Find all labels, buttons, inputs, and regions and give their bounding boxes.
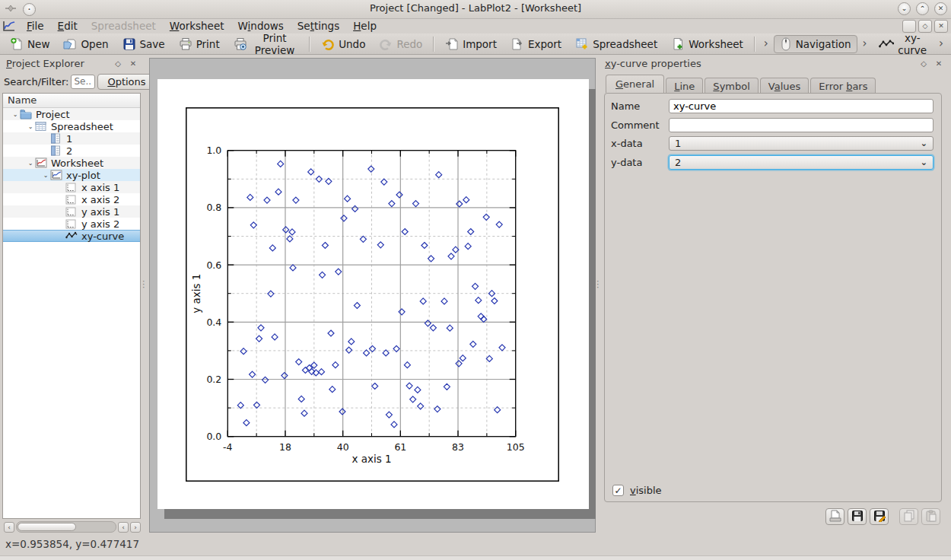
expander-down-icon[interactable]: ⌄ — [26, 160, 35, 167]
search-input[interactable] — [71, 75, 95, 89]
toolbar-button-label: Save — [140, 38, 165, 50]
comment-input[interactable] — [669, 118, 934, 132]
tree-item-label: y axis 2 — [78, 218, 119, 230]
left-splitter-handle[interactable]: ··· — [142, 280, 145, 289]
worksheet-view[interactable]: -4184061831050.00.20.40.60.81.0x axis 1y… — [149, 58, 596, 533]
open-icon — [63, 37, 77, 51]
expander-down-icon[interactable]: ⌄ — [11, 111, 20, 118]
spreadsheet-icon — [35, 121, 48, 132]
toolbar-button-label: New — [27, 38, 49, 50]
tree-item-y-axis-1[interactable]: y axis 1 — [3, 205, 140, 218]
tree-item-1[interactable]: 1 — [3, 132, 140, 145]
tab-general[interactable]: General — [606, 75, 664, 93]
toolbar-button-label: Print Preview — [251, 32, 299, 56]
x-data-select[interactable]: 1 ⌄ — [669, 136, 934, 151]
tree-item-worksheet[interactable]: ⌄Worksheet — [3, 157, 140, 169]
toolbar-button-undo[interactable]: Undo — [315, 35, 371, 53]
project-explorer-header: Project Explorer ◇ ✕ — [2, 55, 142, 72]
toolbar-button-label: Export — [528, 38, 561, 50]
save-template-button[interactable] — [848, 508, 867, 525]
toolbar-overflow-icon[interactable]: › — [858, 38, 872, 49]
close-panel-icon[interactable]: ✕ — [128, 58, 138, 68]
load-template-button[interactable] — [825, 508, 844, 525]
toolbar-overflow-icon[interactable]: › — [934, 38, 948, 49]
worksheet-page[interactable]: -4184061831050.00.20.40.60.81.0x axis 1y… — [157, 79, 589, 509]
spreadsheet-add-icon — [575, 37, 589, 51]
save-icon — [122, 37, 136, 51]
toolbar-button-worksheet[interactable]: Worksheet — [665, 35, 749, 53]
menu-help[interactable]: Help — [346, 18, 383, 33]
toolbar-button-save[interactable]: Save — [116, 35, 171, 53]
tree-item-y-axis-2[interactable]: y axis 2 — [3, 218, 140, 230]
window-bottom-edge — [0, 555, 951, 560]
tree-item-2[interactable]: 2 — [3, 145, 140, 157]
scroll-left-icon[interactable]: ‹ — [4, 522, 14, 533]
toolbar-button-xy-curve[interactable]: xy-curve — [873, 30, 934, 59]
tree-item-x-axis-1[interactable]: x axis 1 — [3, 181, 140, 193]
maximize-icon[interactable]: ⌃ — [916, 2, 929, 15]
template-buttons — [825, 508, 940, 525]
tree-item-label: Worksheet — [48, 158, 103, 169]
toolbar-button-print[interactable]: Print — [173, 35, 226, 53]
new-document-icon — [10, 37, 24, 51]
visible-checkbox[interactable]: ✓ — [612, 485, 624, 496]
scroll-right-icon[interactable]: › — [130, 522, 141, 533]
menu-spreadsheet[interactable]: Spreadsheet — [84, 18, 163, 33]
y-data-select[interactable]: 2 ⌄ — [669, 155, 934, 170]
statusbar: x=0.953854, y=0.477417 — [5, 535, 139, 553]
tree-item-spreadsheet[interactable]: ⌄Spreadsheet — [3, 120, 140, 132]
tree-item-xy-curve[interactable]: xy-curve — [3, 230, 140, 242]
toolbar-button-open[interactable]: Open — [57, 35, 114, 53]
menu-file[interactable]: File — [20, 18, 51, 33]
tree-item-project[interactable]: ⌄Project — [3, 108, 140, 120]
float-panel-icon[interactable]: ◇ — [918, 58, 929, 68]
properties-header: xy-curve properties ◇ ✕ — [601, 55, 948, 72]
svg-text:40: 40 — [337, 441, 349, 453]
tab-error-bars[interactable]: Error bars — [810, 78, 876, 94]
folder-icon — [20, 109, 33, 119]
x-data-label: x-data — [611, 138, 669, 149]
right-splitter-handle[interactable]: ··· — [596, 280, 600, 289]
close-icon[interactable]: ✕ — [934, 2, 947, 15]
expander-down-icon[interactable]: ⌄ — [41, 172, 50, 179]
menu-worksheet[interactable]: Worksheet — [163, 18, 231, 33]
tree-item-xy-plot[interactable]: ⌄xy-plot — [3, 169, 140, 181]
float-panel-icon[interactable]: ◇ — [113, 58, 123, 68]
toolbar-button-redo[interactable]: Redo — [373, 35, 428, 53]
copy-button[interactable] — [899, 508, 918, 525]
scrollbar-thumb[interactable] — [17, 523, 76, 531]
project-tree: Name ⌄Project⌄Spreadsheet12⌄Worksheet⌄xy… — [2, 93, 141, 519]
toolbar: NewOpenSavePrintPrint PreviewUndoRedoImp… — [0, 33, 951, 55]
options-button[interactable]: Options — [97, 74, 155, 90]
toolbar-button-spreadsheet[interactable]: Spreadsheet — [569, 35, 663, 53]
toolbar-button-navigation[interactable]: Navigation — [774, 35, 857, 53]
svg-text:105: 105 — [507, 441, 525, 453]
tree-item-label: xy-plot — [63, 170, 100, 181]
tab-symbol[interactable]: Symbol — [705, 78, 758, 94]
labplot-icon — [2, 21, 17, 32]
mdi-close-icon[interactable]: ✕ — [934, 20, 948, 33]
toolbar-button-export[interactable]: Export — [504, 35, 568, 53]
shade-icon[interactable]: ⌄ — [898, 2, 911, 15]
horizontal-scrollbar[interactable]: ‹ ‹ › — [4, 521, 141, 533]
toolbar-button-print-preview[interactable]: Print Preview — [227, 30, 305, 59]
toolbar-button-import[interactable]: Import — [439, 35, 503, 53]
close-panel-icon[interactable]: ✕ — [934, 58, 944, 68]
toolbar-overflow-icon[interactable]: › — [759, 38, 773, 49]
scroll-left-icon[interactable]: ‹ — [118, 522, 129, 533]
name-input[interactable] — [669, 99, 934, 113]
save-template-as-button[interactable] — [870, 508, 889, 525]
tree-item-label: Project — [33, 109, 69, 120]
expander-down-icon[interactable]: ⌄ — [26, 123, 35, 130]
toolbar-separator — [433, 37, 434, 52]
search-filter-label: Search/Filter: — [4, 76, 68, 88]
undo-icon — [321, 37, 335, 51]
tab-line[interactable]: Line — [666, 78, 703, 94]
xy-plot-chart[interactable]: -4184061831050.00.20.40.60.81.0x axis 1y… — [186, 107, 559, 482]
toolbar-button-new[interactable]: New — [4, 35, 56, 53]
tab-values[interactable]: Values — [760, 78, 809, 94]
menu-edit[interactable]: Edit — [51, 18, 84, 33]
paste-button[interactable] — [921, 508, 940, 525]
import-icon — [445, 37, 459, 51]
tree-item-x-axis-2[interactable]: x axis 2 — [3, 193, 140, 205]
